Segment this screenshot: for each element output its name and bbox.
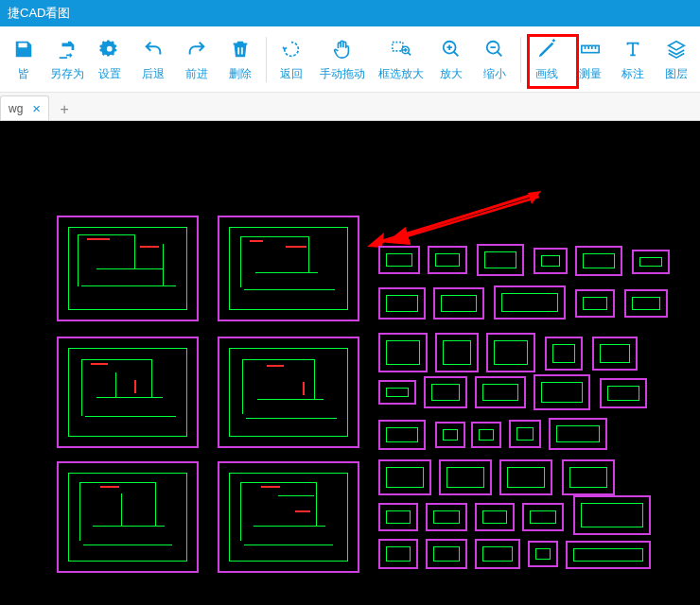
save-label: 皆 [18, 66, 29, 82]
detail-block [534, 374, 590, 410]
detail-block [600, 378, 647, 408]
window-zoom-icon [390, 36, 412, 62]
detail-block [378, 503, 418, 531]
floorplan-block [57, 461, 199, 573]
detail-block [573, 495, 651, 535]
detail-block [475, 503, 515, 531]
forward-label: 前进 [185, 66, 208, 82]
detail-block [426, 539, 467, 569]
floorplan-block [57, 216, 199, 321]
measure-button[interactable]: 测量 [569, 31, 612, 88]
zoom-out-button[interactable]: 缩小 [473, 31, 516, 88]
detail-block [378, 420, 426, 450]
add-tab-button[interactable]: + [54, 99, 75, 120]
window-zoom-label: 框选放大 [378, 66, 424, 82]
back-label: 后退 [142, 66, 165, 82]
tab-bar: wg × + [0, 93, 700, 121]
detail-block [528, 541, 558, 567]
layers-label: 图层 [665, 66, 688, 82]
detail-block [435, 333, 479, 372]
detail-block [426, 503, 467, 531]
title-bar: 捷CAD看图 [0, 0, 700, 26]
zoom-in-icon [441, 36, 462, 62]
detail-block [575, 246, 622, 276]
annotate-label: 标注 [621, 66, 644, 82]
detail-block [378, 287, 426, 320]
main-toolbar: 皆 另存为 设置 后退 前进 删除 返回 [0, 26, 700, 93]
close-icon[interactable]: × [32, 101, 41, 115]
detail-block [378, 333, 428, 372]
redo-icon [186, 36, 207, 62]
detail-block [522, 503, 564, 531]
pencil-icon [536, 36, 557, 62]
back-button[interactable]: 后退 [131, 31, 175, 88]
svg-line-5 [388, 197, 539, 242]
return-label: 返回 [280, 66, 303, 82]
zoom-out-icon [484, 36, 505, 62]
detail-block [378, 246, 420, 274]
return-button[interactable]: 返回 [271, 31, 314, 88]
svg-line-6 [378, 195, 534, 242]
save-as-button[interactable]: 另存为 [45, 31, 89, 88]
return-icon [280, 36, 303, 62]
drawing-canvas[interactable] [0, 121, 700, 605]
delete-button[interactable]: 删除 [219, 31, 262, 88]
detail-block [575, 289, 615, 318]
settings-button[interactable]: 设置 [89, 31, 132, 88]
pan-button[interactable]: 手动拖动 [313, 31, 372, 88]
hand-icon [332, 36, 353, 62]
zoom-in-label: 放大 [440, 66, 463, 82]
detail-block [475, 376, 526, 408]
gear-icon [99, 36, 120, 62]
trash-icon [230, 36, 251, 62]
detail-block [475, 539, 520, 569]
separator [520, 37, 521, 82]
detail-block [545, 337, 583, 371]
save-as-icon [57, 36, 78, 62]
svg-line-7 [376, 193, 537, 244]
annotate-button[interactable]: 标注 [612, 31, 656, 88]
app-title: 捷CAD看图 [8, 5, 70, 22]
detail-block [424, 376, 467, 408]
forward-button[interactable]: 前进 [175, 31, 219, 88]
detail-block [509, 420, 541, 448]
detail-block [624, 289, 668, 318]
plus-icon: + [60, 101, 68, 118]
detail-block [439, 459, 492, 495]
detail-block [378, 459, 431, 495]
settings-label: 设置 [98, 66, 121, 82]
save-as-label: 另存为 [50, 66, 84, 82]
zoom-out-label: 缩小 [483, 66, 506, 82]
detail-block [562, 459, 615, 495]
floorplan-block [218, 337, 359, 448]
detail-block [433, 287, 484, 320]
layers-icon [666, 36, 687, 62]
tab-name: wg [9, 102, 23, 115]
detail-block [477, 244, 524, 276]
file-tab[interactable]: wg × [0, 95, 49, 120]
detail-block [471, 422, 501, 448]
detail-block [534, 248, 568, 274]
window-zoom-button[interactable]: 框选放大 [372, 31, 430, 88]
detail-block [494, 285, 566, 320]
draw-line-label: 画线 [535, 66, 558, 82]
pan-label: 手动拖动 [320, 66, 365, 82]
draw-line-button[interactable]: 画线 [525, 31, 569, 88]
save-icon [13, 36, 34, 62]
detail-block [566, 541, 651, 569]
svg-rect-4 [582, 45, 599, 52]
detail-block [632, 250, 670, 274]
floorplan-block [57, 337, 199, 448]
detail-block [378, 539, 418, 569]
ruler-icon [579, 36, 602, 62]
separator [266, 37, 267, 82]
save-button[interactable]: 皆 [2, 31, 45, 88]
detail-block [499, 459, 552, 495]
measure-label: 测量 [579, 66, 602, 82]
floorplan-block [218, 461, 359, 573]
detail-block [486, 333, 535, 372]
floorplan-block [218, 216, 359, 321]
detail-block [378, 380, 416, 405]
layers-button[interactable]: 图层 [655, 31, 698, 88]
zoom-in-button[interactable]: 放大 [430, 31, 474, 88]
